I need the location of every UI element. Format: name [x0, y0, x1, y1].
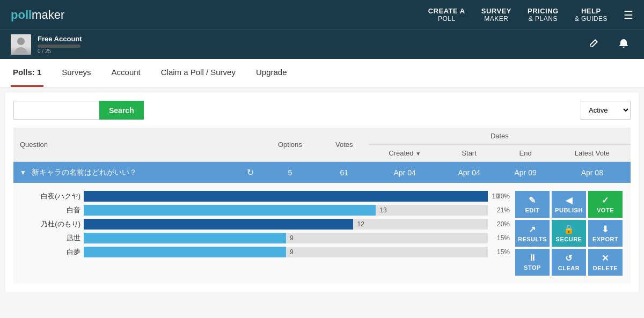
- bar-container: 12: [84, 219, 488, 230]
- notification-bell-btn[interactable]: [614, 36, 633, 54]
- search-input[interactable]: [13, 101, 99, 120]
- bar-value: 12: [357, 220, 364, 228]
- delete-label: DELETE: [593, 265, 618, 271]
- bar-container: 18: [84, 191, 488, 202]
- bar-container: 9: [84, 233, 488, 243]
- progress-label: 0 / 25: [38, 48, 82, 54]
- user-actions: [584, 36, 633, 54]
- bar-fill: [84, 247, 286, 257]
- chart-area: 白夜(ハクヤ)1830%白音1321%乃杜(のもり)1220%凪世915%白夢9…: [21, 191, 510, 276]
- bar-container: 13: [84, 205, 488, 216]
- th-options: Options: [260, 128, 320, 162]
- poll-table: Question Options Votes Dates Created ▼ S…: [13, 128, 631, 284]
- tab-account[interactable]: Account: [109, 59, 143, 87]
- results-expanded-cell: 白夜(ハクヤ)1830%白音1321%乃杜(のもり)1220%凪世915%白夢9…: [13, 183, 631, 284]
- bar-value: 13: [379, 206, 386, 214]
- clear-icon: ↺: [565, 253, 573, 263]
- logo-maker: maker: [32, 8, 64, 21]
- logo-poll: poll: [11, 8, 32, 21]
- tab-polls[interactable]: Polls: 1: [11, 59, 43, 87]
- bar-label: 白音: [21, 205, 80, 215]
- bar-fill: [84, 219, 353, 230]
- bar-label: 白夜(ハクヤ): [21, 191, 80, 201]
- nav-links: CREATE A POLL SURVEY MAKER PRICING & PLA…: [428, 7, 633, 23]
- bar-row: 白夜(ハクヤ)1830%: [21, 191, 510, 202]
- search-bar: Search Active All Inactive Archived: [13, 101, 631, 120]
- export-button[interactable]: ⬇EXPORT: [588, 220, 623, 247]
- edit-button[interactable]: ✎EDIT: [515, 191, 550, 218]
- stop-label: STOP: [524, 264, 541, 271]
- bar-label: 白夢: [21, 247, 80, 257]
- poll-start: Apr 04: [441, 162, 497, 183]
- vote-button[interactable]: ✓VOTE: [588, 191, 623, 218]
- secure-label: SECURE: [556, 236, 582, 242]
- edit-label: EDIT: [525, 207, 539, 213]
- nav-help[interactable]: HELP & GUIDES: [575, 7, 608, 23]
- secure-icon: 🔒: [564, 224, 575, 234]
- tab-upgrade[interactable]: Upgrade: [254, 59, 289, 87]
- poll-created: Apr 04: [369, 162, 441, 183]
- tab-claim[interactable]: Claim a Poll / Survey: [159, 59, 238, 87]
- bar-value: 9: [290, 234, 294, 242]
- edit-icon-btn[interactable]: [584, 36, 603, 54]
- tab-surveys[interactable]: Surveys: [60, 59, 93, 87]
- delete-icon: ✕: [602, 253, 609, 263]
- bar-pct: 15%: [491, 234, 510, 242]
- results-label: RESULTS: [518, 236, 547, 242]
- poll-latest-vote: Apr 08: [554, 162, 631, 183]
- poll-row: ▼ 新キャラの名前はどれがいい？ ↻ 5 61 Apr 04 Apr 04 Ap…: [13, 162, 631, 183]
- avatar: [11, 34, 31, 55]
- bar-fill: [84, 191, 488, 202]
- th-dates: Dates: [369, 128, 631, 145]
- bar-row: 白音1321%: [21, 205, 510, 216]
- stop-icon: ⏸: [528, 253, 537, 263]
- th-latest-vote: Latest Vote: [554, 145, 631, 162]
- action-buttons: ✎EDIT◀PUBLISH✓VOTE↗RESULTS🔒SECURE⬇EXPORT…: [515, 191, 623, 276]
- chevron-down-icon[interactable]: ▼: [20, 169, 26, 176]
- bar-container: 9: [84, 247, 488, 257]
- poll-question-text: 新キャラの名前はどれがいい？: [32, 168, 137, 178]
- bar-fill: [84, 233, 286, 243]
- tabs-container: Polls: 1 Surveys Account Claim a Poll / …: [0, 59, 644, 87]
- bar-value: 9: [290, 248, 294, 256]
- user-info: Free Account 0 / 25: [11, 34, 82, 55]
- bar-row: 乃杜(のもり)1220%: [21, 219, 510, 230]
- bar-pct: 21%: [491, 206, 510, 214]
- th-created: Created ▼: [369, 145, 441, 162]
- search-left: Search: [13, 101, 144, 120]
- nav-pricing[interactable]: PRICING & PLANS: [528, 7, 559, 23]
- delete-button[interactable]: ✕DELETE: [588, 249, 623, 276]
- bar-value: 18: [492, 193, 499, 200]
- refresh-icon[interactable]: ↻: [247, 167, 254, 178]
- results-icon: ↗: [529, 224, 536, 234]
- stop-button[interactable]: ⏸STOP: [515, 249, 550, 276]
- bar-pct: 15%: [491, 248, 510, 256]
- vote-icon: ✓: [602, 195, 609, 205]
- poll-question-cell: ▼ 新キャラの名前はどれがいい？ ↻: [13, 162, 260, 183]
- results-button[interactable]: ↗RESULTS: [515, 220, 550, 247]
- bar-label: 乃杜(のもり): [21, 219, 80, 229]
- clear-button[interactable]: ↺CLEAR: [552, 249, 586, 276]
- th-end: End: [497, 145, 554, 162]
- th-start: Start: [441, 145, 497, 162]
- edit-icon: ✎: [529, 195, 536, 205]
- main-content: Search Active All Inactive Archived Ques…: [5, 93, 639, 292]
- bar-row: 凪世915%: [21, 233, 510, 243]
- logo[interactable]: pollmaker: [11, 8, 64, 22]
- bar-label: 凪世: [21, 233, 80, 243]
- hamburger-menu[interactable]: ☰: [624, 9, 633, 21]
- filter-select[interactable]: Active All Inactive Archived: [581, 101, 631, 120]
- user-details: Free Account 0 / 25: [38, 35, 82, 54]
- publish-label: PUBLISH: [555, 207, 583, 213]
- table-header-row: Question Options Votes Dates: [13, 128, 631, 145]
- results-expanded-row: 白夜(ハクヤ)1830%白音1321%乃杜(のもり)1220%凪世915%白夢9…: [13, 183, 631, 284]
- th-votes: Votes: [320, 128, 369, 162]
- nav-create-poll[interactable]: CREATE A POLL: [428, 7, 465, 23]
- user-bar: Free Account 0 / 25: [0, 29, 644, 59]
- nav-survey-maker[interactable]: SURVEY MAKER: [481, 7, 511, 23]
- search-button[interactable]: Search: [99, 101, 144, 120]
- publish-button[interactable]: ◀PUBLISH: [552, 191, 586, 218]
- poll-end: Apr 09: [497, 162, 554, 183]
- question-inner: ▼ 新キャラの名前はどれがいい？ ↻: [20, 167, 254, 178]
- secure-button[interactable]: 🔒SECURE: [552, 220, 586, 247]
